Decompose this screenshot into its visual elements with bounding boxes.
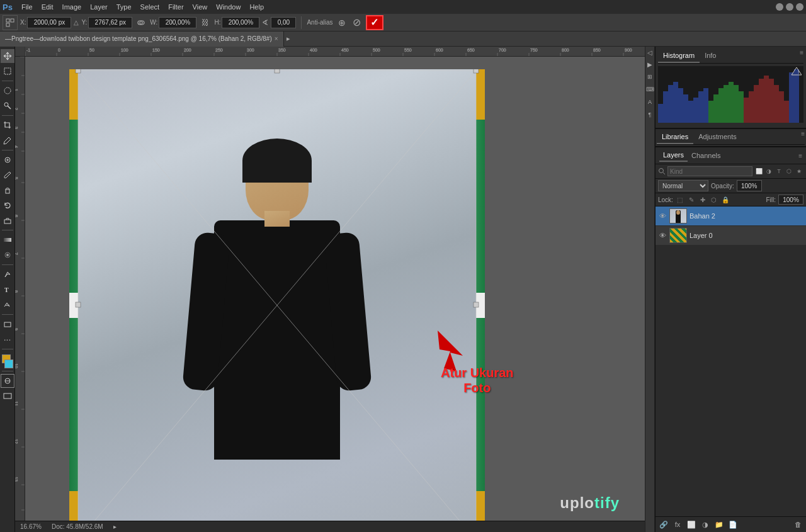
commit-transform-button[interactable]: ✓ [366, 15, 383, 30]
path-tool[interactable] [1, 298, 14, 312]
lock-position-icon[interactable]: ✚ [698, 195, 707, 204]
histogram-options-icon[interactable]: ≡ [800, 49, 803, 63]
menu-select[interactable]: Select [137, 2, 164, 12]
maximize-button[interactable] [786, 3, 793, 11]
crop-tool[interactable] [1, 118, 14, 132]
close-button[interactable] [796, 3, 803, 11]
minimize-button[interactable] [776, 3, 783, 11]
angle-input[interactable] [271, 17, 296, 28]
libraries-adjustments-area: Libraries Adjustments ≡ [656, 128, 806, 147]
layer-visibility-layer0[interactable]: 👁 [658, 231, 667, 240]
stamp-tool[interactable] [1, 183, 14, 197]
pen-tool[interactable] [1, 268, 14, 281]
layer-row-bahan2[interactable]: 👁 Bahan 2 [656, 207, 806, 226]
add-mask-button[interactable]: ⬜ [686, 519, 697, 530]
svg-text:3: 3 [15, 127, 18, 129]
cancel-transform-icon[interactable]: ⊘ [351, 16, 363, 29]
blend-mode-select[interactable]: Normal [658, 180, 708, 191]
tab-close-button[interactable]: × [275, 35, 278, 42]
tab-arrow-icon[interactable]: ▸ [284, 35, 293, 43]
menu-image[interactable]: Image [59, 2, 86, 12]
layers-tab[interactable]: Layers [659, 149, 688, 162]
link2-icon[interactable]: ⛓ [199, 16, 212, 29]
w-size-group: W: [150, 17, 196, 28]
background-color[interactable] [4, 359, 13, 368]
link-icon[interactable] [135, 16, 147, 29]
shape-tool[interactable] [1, 317, 14, 331]
smart-filter-icon[interactable]: ★ [795, 167, 803, 176]
layers-controls-row: Normal Opacity: [656, 179, 806, 193]
libraries-tab[interactable]: Libraries [657, 130, 693, 144]
lasso-tool[interactable] [1, 84, 14, 98]
marquee-tool[interactable] [1, 64, 14, 78]
lock-artboard-icon[interactable]: ⬡ [710, 195, 718, 204]
quick-select-tool[interactable] [1, 99, 14, 113]
x-input[interactable] [27, 17, 71, 28]
w-input[interactable] [159, 17, 196, 28]
lock-pixels-icon[interactable]: ✎ [687, 195, 696, 204]
adjustments-tab[interactable]: Adjustments [693, 130, 742, 144]
layer-row-layer0[interactable]: 👁 Layer 0 [656, 226, 806, 246]
menu-window[interactable]: Window [212, 2, 244, 12]
menu-file[interactable]: File [18, 2, 37, 12]
eyedropper-tool[interactable] [1, 133, 14, 147]
new-layer-button[interactable]: 📄 [727, 519, 739, 530]
libraries-options-icon[interactable]: ≡ [801, 130, 805, 144]
svg-rect-121 [739, 91, 744, 123]
menu-view[interactable]: View [189, 2, 212, 12]
menu-edit[interactable]: Edit [38, 2, 57, 12]
layer-visibility-bahan2[interactable]: 👁 [658, 212, 667, 220]
warp-icon[interactable]: ⊕ [336, 16, 348, 29]
svg-rect-132 [794, 69, 799, 123]
panel-icon-3[interactable]: A [645, 98, 654, 106]
gradient-tool[interactable] [1, 233, 14, 247]
screen-mode-button[interactable] [1, 389, 14, 403]
fill-input[interactable] [778, 195, 803, 205]
healing-tool[interactable] [1, 153, 14, 167]
menu-help[interactable]: Help [246, 2, 268, 12]
opacity-input[interactable] [737, 180, 762, 191]
histogram-tab[interactable]: Histogram [658, 49, 700, 63]
quick-mask-button[interactable] [1, 374, 14, 388]
new-group-button[interactable]: 📁 [713, 519, 725, 530]
y-input[interactable] [88, 17, 132, 28]
channels-tab[interactable]: Channels [688, 150, 724, 161]
type-tool[interactable]: T [1, 283, 14, 297]
lock-transparent-icon[interactable]: ⬚ [676, 195, 684, 204]
canvas-container: Atur Ukuran Foto uplotify [25, 57, 645, 521]
panel-icon-2[interactable]: ⌨ [645, 85, 654, 94]
more-tools[interactable]: ··· [1, 332, 14, 346]
shape-filter-icon[interactable]: ⬡ [785, 167, 793, 176]
color-picker[interactable] [1, 354, 14, 368]
new-fill-layer-button[interactable]: ◑ [700, 519, 711, 530]
h-input[interactable] [222, 17, 259, 28]
delete-layer-button[interactable]: 🗑 [792, 519, 803, 530]
menu-layer[interactable]: Layer [86, 2, 111, 12]
eraser-tool[interactable] [1, 213, 14, 227]
collapse-panel-button[interactable]: ◁ [647, 49, 652, 56]
document-tab[interactable]: —Pngtree—download twibbon design templat… [0, 31, 284, 47]
layers-options-icon[interactable]: ≡ [798, 152, 802, 159]
move-tool[interactable] [1, 49, 14, 63]
play-icon[interactable]: ▶ [645, 60, 654, 69]
add-style-button[interactable]: fx [672, 519, 683, 530]
panel-icon-4[interactable]: ¶ [645, 110, 654, 119]
info-tab[interactable]: Info [700, 49, 721, 63]
svg-rect-108 [673, 82, 678, 123]
brush-tool[interactable] [1, 168, 14, 182]
layer-kind-search[interactable] [667, 166, 752, 176]
type-filter-icon[interactable]: T [775, 167, 783, 176]
transform-options-icon[interactable] [3, 15, 18, 30]
layer-thumbnail-layer0 [669, 228, 687, 243]
lock-all-icon[interactable]: 🔒 [721, 195, 730, 204]
svg-rect-0 [6, 19, 9, 22]
link-layers-button[interactable]: 🔗 [658, 519, 669, 530]
menu-type[interactable]: Type [113, 2, 135, 12]
history-tool[interactable] [1, 198, 14, 212]
panel-icon-1[interactable]: ⊞ [645, 72, 654, 81]
status-arrow[interactable]: ▸ [113, 523, 116, 530]
blur-tool[interactable] [1, 248, 14, 262]
adjustment-filter-icon[interactable]: ◑ [764, 167, 773, 176]
menu-filter[interactable]: Filter [164, 2, 187, 12]
pixel-filter-icon[interactable]: ⬜ [754, 167, 763, 176]
